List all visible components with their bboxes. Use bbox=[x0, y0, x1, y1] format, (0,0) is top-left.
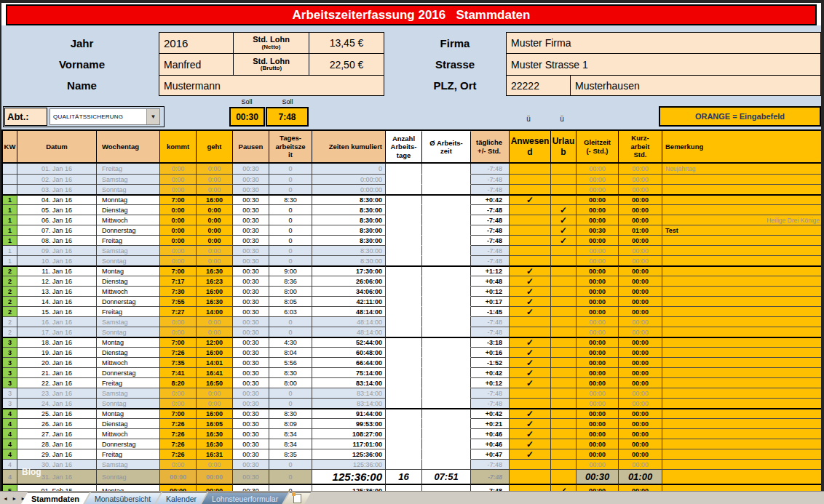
cell-diff[interactable]: -7:48 bbox=[471, 235, 510, 245]
cell-day[interactable]: Mittwoch bbox=[97, 215, 160, 225]
cell-glz[interactable]: 00:00 bbox=[577, 184, 619, 194]
cell-avg[interactable] bbox=[422, 388, 471, 398]
cell-geht[interactable]: 16:30 bbox=[197, 265, 233, 276]
cell-kommt[interactable]: 7:26 bbox=[160, 418, 197, 428]
cell-day[interactable]: Dienstag bbox=[97, 204, 160, 215]
cell-url[interactable]: ✓ bbox=[551, 225, 577, 235]
cell-kw[interactable]: 1 bbox=[3, 225, 17, 235]
cell-bem[interactable]: Neujahrtag bbox=[662, 164, 823, 174]
cell-url[interactable] bbox=[551, 316, 577, 327]
cell-geht[interactable]: 16:41 bbox=[197, 367, 233, 377]
cell-anz[interactable] bbox=[386, 204, 422, 215]
cell-diff[interactable]: -7:48 bbox=[471, 245, 510, 255]
cell-date[interactable]: 07. Jan 16 bbox=[17, 225, 97, 235]
cell-pausen[interactable]: 00:30 bbox=[233, 225, 269, 235]
cell-kaz[interactable]: 00:00 bbox=[619, 316, 662, 327]
cell-bem[interactable] bbox=[662, 449, 823, 459]
cell-pausen[interactable]: 00:30 bbox=[233, 204, 269, 215]
cell-pausen[interactable]: 00:30 bbox=[233, 428, 269, 439]
cell-glz[interactable]: 00:00 bbox=[577, 388, 619, 398]
cell-kaz[interactable]: 00:00 bbox=[619, 174, 662, 184]
cell-diff[interactable]: -7:48 bbox=[471, 164, 510, 174]
cell-bem[interactable] bbox=[662, 286, 823, 296]
cell-anz[interactable] bbox=[386, 174, 422, 184]
cell-diff[interactable]: +0:21 bbox=[471, 418, 510, 428]
cell-diff[interactable]: -7:48 bbox=[471, 225, 510, 235]
cell-date[interactable]: 22. Jan 16 bbox=[17, 377, 97, 388]
cell-url[interactable]: ✓ bbox=[551, 215, 577, 225]
scroll-right-icon[interactable]: ► bbox=[12, 496, 17, 501]
cell-date[interactable]: 09. Jan 16 bbox=[17, 245, 97, 255]
cell-tages[interactable]: 8:30 bbox=[269, 194, 312, 204]
cell-kommt[interactable]: 7:35 bbox=[160, 357, 197, 367]
cell-kommt[interactable]: 0:00 bbox=[160, 164, 197, 174]
cell-geht[interactable]: 0:00 bbox=[197, 215, 233, 225]
cell-url[interactable]: ✓ bbox=[551, 235, 577, 245]
cell-glz[interactable]: 00:00 bbox=[577, 449, 619, 459]
cell-kw[interactable]: 4 bbox=[3, 439, 17, 449]
strasse-field[interactable]: Muster Strasse 1 bbox=[506, 53, 821, 76]
cell-date[interactable]: 03. Jan 16 bbox=[17, 184, 97, 194]
cell-kum[interactable]: 125:36:00 bbox=[312, 469, 386, 484]
cell-date[interactable]: 02. Jan 16 bbox=[17, 174, 97, 184]
cell-tages[interactable]: 8:34 bbox=[269, 428, 312, 439]
cell-glz[interactable]: 00:00 bbox=[577, 327, 619, 337]
cell-glz[interactable]: 00:00 bbox=[577, 286, 619, 296]
cell-kum[interactable]: 8:30:00 bbox=[312, 215, 386, 225]
cell-glz[interactable]: 00:00 bbox=[577, 194, 619, 204]
cell-kommt[interactable]: 7:00 bbox=[160, 408, 197, 418]
cell-kum[interactable]: 8:30:00 bbox=[312, 235, 386, 245]
cell-day[interactable]: Donnerstag bbox=[97, 225, 160, 235]
soll-daily-field[interactable]: 7:48 bbox=[266, 107, 309, 127]
cell-anz[interactable] bbox=[386, 255, 422, 265]
cell-bem[interactable] bbox=[662, 235, 823, 245]
cell-pausen[interactable]: 00:30 bbox=[233, 469, 269, 484]
cell-date[interactable]: 14. Jan 16 bbox=[17, 296, 97, 306]
insert-sheet-tab[interactable] bbox=[283, 492, 311, 504]
cell-url[interactable] bbox=[551, 245, 577, 255]
cell-avg[interactable] bbox=[422, 174, 471, 184]
cell-anw[interactable]: ✓ bbox=[510, 347, 551, 357]
cell-day[interactable]: Freitag bbox=[97, 377, 160, 388]
cell-kum[interactable]: 8:30:00 bbox=[312, 204, 386, 215]
cell-anz[interactable] bbox=[386, 306, 422, 316]
cell-kaz[interactable]: 00:00 bbox=[619, 449, 662, 459]
cell-anw[interactable] bbox=[510, 459, 551, 469]
cell-anz[interactable] bbox=[386, 327, 422, 337]
cell-pausen[interactable]: 00:30 bbox=[233, 388, 269, 398]
cell-day[interactable]: Montag bbox=[97, 337, 160, 347]
cell-kw[interactable]: 1 bbox=[3, 255, 17, 265]
cell-kw[interactable]: 4 bbox=[3, 408, 17, 418]
cell-kum[interactable]: 75:14:00 bbox=[312, 367, 386, 377]
cell-url[interactable]: ✓ bbox=[551, 204, 577, 215]
cell-glz[interactable]: 00:00 bbox=[577, 164, 619, 174]
cell-tages[interactable]: 8:35 bbox=[269, 449, 312, 459]
cell-kum[interactable]: 66:44:00 bbox=[312, 357, 386, 367]
cell-tages[interactable]: 8:30 bbox=[269, 367, 312, 377]
cell-tages[interactable]: 0 bbox=[269, 327, 312, 337]
cell-date[interactable]: 18. Jan 16 bbox=[17, 337, 97, 347]
cell-kommt[interactable]: 7:26 bbox=[160, 449, 197, 459]
cell-day[interactable]: Mittwoch bbox=[97, 428, 160, 439]
cell-diff[interactable]: -7:48 bbox=[471, 469, 510, 484]
cell-anz[interactable] bbox=[386, 439, 422, 449]
cell-kw[interactable]: 3 bbox=[3, 337, 17, 347]
tab-monatsuebersicht[interactable]: Monatsübersicht bbox=[84, 492, 161, 504]
cell-avg[interactable] bbox=[422, 276, 471, 286]
cell-kw[interactable]: 2 bbox=[3, 296, 17, 306]
cell-kum[interactable]: 48:14:00 bbox=[312, 327, 386, 337]
cell-kaz[interactable]: 00:00 bbox=[619, 296, 662, 306]
cell-geht[interactable]: 16:31 bbox=[197, 449, 233, 459]
cell-kum[interactable]: 8:30:00 bbox=[312, 194, 386, 204]
cell-geht[interactable]: 0:00 bbox=[197, 235, 233, 245]
cell-anw[interactable] bbox=[510, 164, 551, 174]
cell-anw[interactable] bbox=[510, 398, 551, 408]
cell-anw[interactable]: ✓ bbox=[510, 306, 551, 316]
cell-glz[interactable]: 00:00 bbox=[577, 347, 619, 357]
cell-kaz[interactable]: 00:00 bbox=[619, 367, 662, 377]
cell-kommt[interactable]: 0:00 bbox=[160, 204, 197, 215]
cell-kaz[interactable]: 00:00 bbox=[619, 286, 662, 296]
cell-avg[interactable] bbox=[422, 306, 471, 316]
cell-kommt[interactable]: 8:20 bbox=[160, 377, 197, 388]
cell-anw[interactable] bbox=[510, 388, 551, 398]
